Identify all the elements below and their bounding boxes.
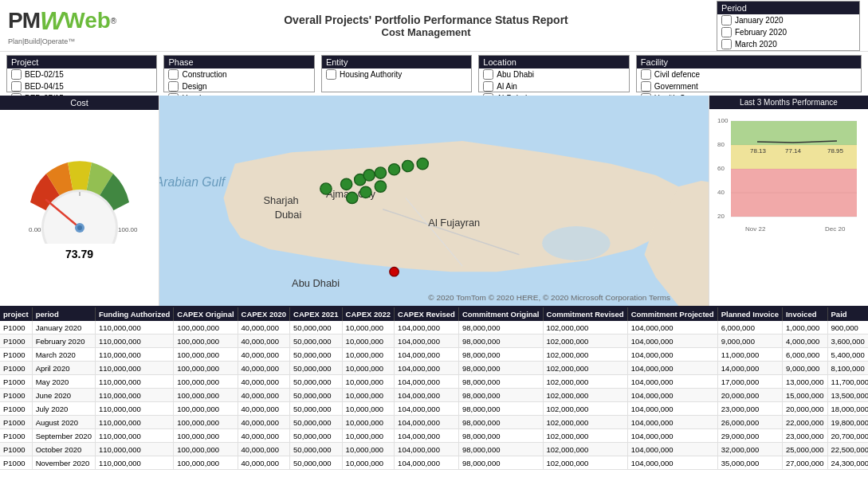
period-check-mar[interactable] (721, 39, 732, 49)
table-cell: 40,000,000 (238, 443, 290, 456)
table-cell: 40,000,000 (238, 334, 290, 348)
table-row: P1000May 2020110,000,000100,000,00040,00… (0, 375, 868, 389)
svg-text:78.13: 78.13 (750, 147, 767, 155)
table-cell: 50,000,000 (290, 402, 343, 416)
table-cell: 100,000,000 (174, 389, 238, 402)
table-cell: March 2020 (32, 348, 95, 362)
table-row: P1000October 2020110,000,000100,000,0004… (0, 443, 868, 456)
table-cell: 102,000,000 (543, 362, 627, 375)
table-cell: 104,000,000 (627, 416, 717, 429)
table-cell: 98,000,000 (458, 443, 543, 456)
report-title-line2: Cost Management (136, 26, 717, 38)
table-cell: May 2020 (32, 375, 95, 389)
project-item-2[interactable]: BED-04/15 (7, 80, 156, 92)
content-area: Cost (0, 96, 868, 306)
table-cell: 40,000,000 (238, 362, 290, 375)
table-cell: 10,000,000 (342, 456, 395, 470)
table-cell: 104,000,000 (395, 321, 459, 334)
filter-row: Project BED-02/15 BED-04/15 BED-07/15 Ph… (0, 52, 868, 96)
svg-text:Sharjah: Sharjah (263, 194, 298, 206)
table-cell: February 2020 (32, 334, 95, 348)
svg-text:Al Fujayran: Al Fujayran (428, 217, 480, 229)
project-item-1[interactable]: BED-02/15 (7, 68, 156, 80)
table-cell: 100,000,000 (174, 456, 238, 470)
logo-area: PMWWeb® Plan|Build|Operate™ (8, 6, 136, 45)
table-cell: 104,000,000 (395, 362, 459, 375)
logo-slash: W (40, 6, 64, 36)
table-cell: 102,000,000 (543, 443, 627, 456)
table-cell: 40,000,000 (238, 416, 290, 429)
table-cell: 100,000,000 (174, 429, 238, 443)
table-cell: 10,000,000 (342, 362, 395, 375)
table-row: P1000July 2020110,000,000100,000,00040,0… (0, 402, 868, 416)
map-area: Arabian Gulf Dubai Sharjah Ajman City Al… (159, 96, 709, 306)
gauge-svg: 0.00 100.00 (16, 156, 143, 244)
table-cell: 104,000,000 (627, 334, 717, 348)
table-cell: 13,500,000 (827, 389, 868, 402)
col-capex-orig: CAPEX Original (174, 307, 238, 321)
table-cell: 22,500,000 (827, 443, 868, 456)
period-item-jan[interactable]: January 2020 (717, 14, 859, 26)
table-cell: 104,000,000 (395, 389, 459, 402)
table-cell: P1000 (0, 321, 32, 334)
svg-point-26 (403, 160, 414, 171)
table-cell: 110,000,000 (95, 389, 173, 402)
table-cell: 104,000,000 (627, 429, 717, 443)
table-cell: P1000 (0, 362, 32, 375)
table-cell: 9,000,000 (717, 334, 782, 348)
table-cell: 22,000,000 (782, 416, 827, 429)
table-cell: 100,000,000 (174, 375, 238, 389)
table-cell: 25,000,000 (782, 443, 827, 456)
col-funding: Funding Authorized (95, 307, 173, 321)
table-cell: 6,000,000 (717, 321, 782, 334)
table-cell: P1000 (0, 443, 32, 456)
table-cell: 900,000 (827, 321, 868, 334)
svg-text:20: 20 (717, 213, 725, 220)
table-cell: 11,700,000 (827, 375, 868, 389)
entity-item-1[interactable]: Housing Authority (322, 68, 471, 80)
table-cell: 4,000,000 (782, 334, 827, 348)
svg-text:© 2020 TomTom © 2020 HERE, © 2: © 2020 TomTom © 2020 HERE, © 2020 Micros… (428, 293, 670, 302)
period-item-feb[interactable]: February 2020 (717, 26, 859, 38)
table-row: P1000June 2020110,000,000100,000,00040,0… (0, 389, 868, 402)
table-cell: 100,000,000 (174, 416, 238, 429)
table-cell: 29,000,000 (717, 429, 782, 443)
table-cell: 100,000,000 (174, 321, 238, 334)
table-cell: 10,000,000 (342, 334, 395, 348)
facility-item-2[interactable]: Government (637, 80, 861, 92)
table-cell: 98,000,000 (458, 348, 543, 362)
svg-point-28 (375, 181, 386, 192)
table-cell: 27,000,000 (782, 456, 827, 470)
table-cell: 102,000,000 (543, 321, 627, 334)
period-item-mar[interactable]: March 2020 (717, 38, 859, 50)
table-cell: 19,800,000 (827, 416, 868, 429)
table-cell: 102,000,000 (543, 416, 627, 429)
table-cell: 110,000,000 (95, 375, 173, 389)
map-svg: Arabian Gulf Dubai Sharjah Ajman City Al… (159, 96, 709, 306)
table-cell: 98,000,000 (458, 334, 543, 348)
table-cell: 23,000,000 (782, 429, 827, 443)
table-cell: P1000 (0, 429, 32, 443)
table-cell: 98,000,000 (458, 375, 543, 389)
col-invoiced: Invoiced (782, 307, 827, 321)
logo-reg: ® (111, 17, 116, 25)
table-cell: 15,000,000 (782, 389, 827, 402)
table-cell: 110,000,000 (95, 362, 173, 375)
phase-item-2[interactable]: Design (164, 80, 313, 92)
location-item-2[interactable]: Al Ain (479, 80, 628, 92)
table-cell: 20,000,000 (717, 389, 782, 402)
period-check-feb[interactable] (721, 27, 732, 37)
chart-panel: Last 3 Months Performance 100 80 60 40 2… (709, 96, 868, 306)
table-cell: 50,000,000 (290, 321, 343, 334)
svg-rect-44 (731, 169, 857, 217)
location-item-1[interactable]: Abu Dhabi (479, 68, 628, 80)
facility-item-1[interactable]: Civil defence (637, 68, 861, 80)
period-check-jan[interactable] (721, 15, 732, 25)
data-table-container[interactable]: project period Funding Authorized CAPEX … (0, 306, 868, 489)
svg-text:80: 80 (717, 141, 725, 148)
table-row: P1000February 2020110,000,000100,000,000… (0, 334, 868, 348)
col-paid: Paid (827, 307, 868, 321)
phase-item-1[interactable]: Construction (164, 68, 313, 80)
svg-point-25 (388, 164, 399, 175)
svg-rect-46 (731, 121, 857, 145)
